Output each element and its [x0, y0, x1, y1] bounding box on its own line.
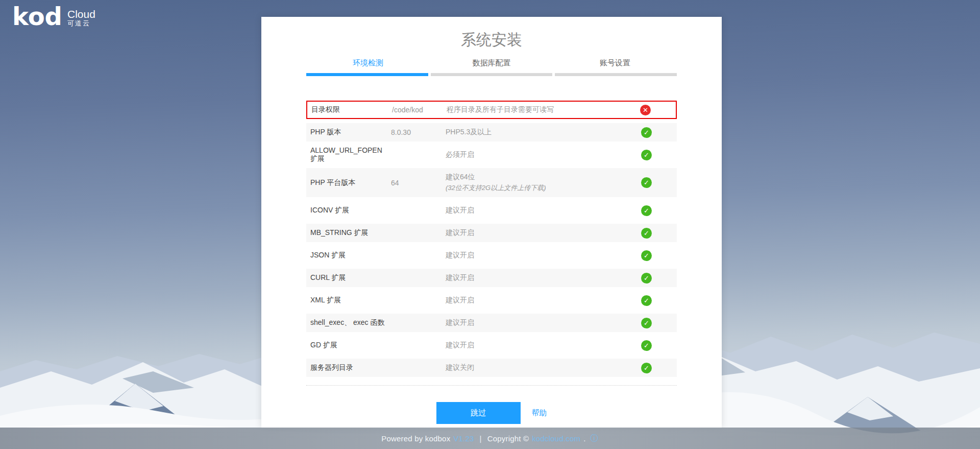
kodcloud-logo-product: Cloud — [67, 8, 95, 20]
check-item-label: GD 扩展 — [306, 341, 391, 350]
wizard-actions: 跳过 帮助 — [261, 402, 722, 424]
check-status-cell: ✓ — [634, 363, 677, 373]
check-status-cell: ✕ — [633, 105, 676, 115]
check-requirement: 建议开启 — [446, 228, 634, 238]
check-item-label: CURL 扩展 — [306, 273, 391, 282]
check-row: PHP 版本8.0.30PHP5.3及以上✓ — [306, 123, 677, 141]
check-item-label: PHP 平台版本 — [306, 178, 391, 187]
check-detected-value: /code/kod — [392, 106, 447, 114]
skip-button[interactable]: 跳过 — [436, 402, 521, 424]
check-requirement: 程序目录及所有子目录需要可读写 — [447, 105, 633, 114]
check-row: ALLOW_URL_FOPEN 扩展必须开启✓ — [306, 146, 677, 164]
info-icon[interactable]: ⓘ — [591, 433, 599, 444]
check-item-label: ICONV 扩展 — [306, 206, 391, 215]
check-requirement: 建议开启 — [446, 341, 634, 350]
check-status-cell: ✓ — [634, 205, 677, 216]
footer-copyright-text: Copyright © — [487, 434, 529, 443]
check-status-cell: ✓ — [634, 228, 677, 239]
status-pass-icon: ✓ — [641, 295, 652, 306]
check-requirement-note: (32位不支持2G以上文件上传下载) — [446, 183, 634, 193]
check-requirement: PHP5.3及以上 — [446, 128, 634, 137]
check-item-label: XML 扩展 — [306, 296, 391, 305]
check-status-cell: ✓ — [634, 273, 677, 283]
page-title: 系统安装 — [261, 30, 722, 50]
tab-database-config[interactable]: 数据库配置 — [430, 57, 553, 68]
check-row: shell_exec、 exec 函数建议开启✓ — [306, 314, 677, 332]
check-requirement: 建议关闭 — [446, 363, 634, 372]
kodcloud-logo-product-cn: 可道云 — [67, 20, 95, 27]
wizard-steps: 环境检测 数据库配置 账号设置 — [306, 57, 677, 68]
check-item-label: MB_STRING 扩展 — [306, 228, 391, 238]
check-requirement: 建议64位(32位不支持2G以上文件上传下载) — [446, 173, 634, 193]
check-row: XML 扩展建议开启✓ — [306, 291, 677, 310]
check-item-label: 服务器列目录 — [306, 363, 391, 372]
kodcloud-logo: kod Cloud 可道云 — [12, 4, 95, 29]
check-row: PHP 平台版本64建议64位(32位不支持2G以上文件上传下载)✓ — [306, 168, 677, 197]
step-progress-bar — [306, 73, 677, 76]
check-status-cell: ✓ — [634, 127, 677, 138]
check-status-cell: ✓ — [634, 150, 677, 160]
check-detected-value: 64 — [391, 179, 446, 187]
check-row: CURL 扩展建议开启✓ — [306, 269, 677, 287]
status-pass-icon: ✓ — [641, 127, 652, 138]
check-requirement: 建议开启 — [446, 206, 634, 215]
check-status-cell: ✓ — [634, 250, 677, 261]
check-item-label: 目录权限 — [307, 105, 392, 114]
kodcloud-logo-wordmark: kod — [12, 4, 62, 29]
check-requirement: 建议开启 — [446, 318, 634, 327]
check-requirement: 必须开启 — [446, 150, 634, 159]
status-pass-icon: ✓ — [641, 250, 652, 261]
check-status-cell: ✓ — [634, 177, 677, 188]
footer-powered-text: Powered by kodbox — [381, 434, 450, 443]
environment-checks-table: 目录权限/code/kod程序目录及所有子目录需要可读写✕PHP 版本8.0.3… — [306, 101, 677, 377]
check-requirement: 建议开启 — [446, 296, 634, 305]
progress-segment-1 — [306, 73, 428, 76]
install-wizard-card: 系统安装 环境检测 数据库配置 账号设置 目录权限/code/kod程序目录及所… — [261, 17, 722, 428]
footer-version-link[interactable]: V1.23 — [453, 434, 474, 443]
status-pass-icon: ✓ — [641, 228, 652, 239]
check-row: JSON 扩展建议开启✓ — [306, 246, 677, 265]
status-pass-icon: ✓ — [641, 340, 652, 351]
check-row: 服务器列目录建议关闭✓ — [306, 359, 677, 377]
check-status-cell: ✓ — [634, 318, 677, 328]
tab-environment-check[interactable]: 环境检测 — [306, 57, 430, 68]
status-pass-icon: ✓ — [641, 177, 652, 188]
status-pass-icon: ✓ — [641, 363, 652, 373]
check-item-label: shell_exec、 exec 函数 — [306, 318, 391, 327]
check-requirement: 建议开启 — [446, 251, 634, 260]
footer-period: . — [583, 434, 585, 443]
status-fail-icon: ✕ — [640, 105, 651, 115]
status-pass-icon: ✓ — [641, 150, 652, 160]
check-item-label: ALLOW_URL_FOPEN 扩展 — [306, 146, 391, 163]
status-pass-icon: ✓ — [641, 205, 652, 216]
check-item-label: JSON 扩展 — [306, 251, 391, 260]
check-item-label: PHP 版本 — [306, 128, 391, 137]
divider — [306, 385, 677, 386]
status-pass-icon: ✓ — [641, 318, 652, 328]
check-row: MB_STRING 扩展建议开启✓ — [306, 224, 677, 242]
status-pass-icon: ✓ — [641, 273, 652, 283]
progress-segment-2 — [431, 73, 553, 76]
tab-account-settings[interactable]: 账号设置 — [553, 57, 677, 68]
footer-separator: | — [480, 434, 482, 443]
footer-bar: Powered by kodbox V1.23 | Copyright © ko… — [0, 428, 980, 449]
check-row: GD 扩展建议开启✓ — [306, 336, 677, 355]
check-requirement: 建议开启 — [446, 273, 634, 282]
check-status-cell: ✓ — [634, 340, 677, 351]
footer-site-link[interactable]: kodcloud.com — [532, 434, 580, 443]
check-status-cell: ✓ — [634, 295, 677, 306]
progress-segment-3 — [555, 73, 677, 76]
check-row: ICONV 扩展建议开启✓ — [306, 201, 677, 220]
help-link[interactable]: 帮助 — [532, 408, 547, 418]
check-row: 目录权限/code/kod程序目录及所有子目录需要可读写✕ — [306, 101, 677, 119]
check-detected-value: 8.0.30 — [391, 128, 446, 136]
